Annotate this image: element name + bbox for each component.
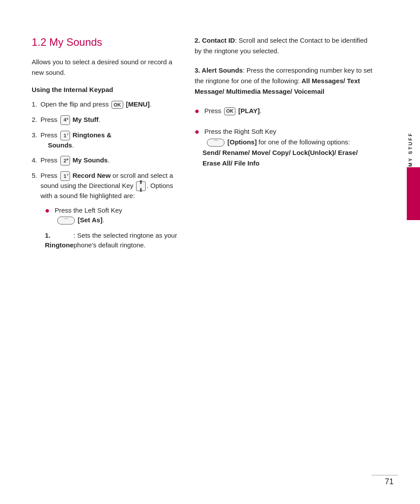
ok-play-key-icon: OK — [224, 107, 236, 115]
sub-bullet-list: ● Press the Left Soft Key ⌒ [Set As]. — [45, 206, 181, 225]
sidebar: MY STUFF — [402, 0, 420, 504]
key-1a-icon: 1r — [60, 131, 70, 140]
intro-text: Allows you to select a desired sound or … — [32, 57, 181, 78]
two-column-layout: 1.2 My Sounds Allows you to select a des… — [32, 35, 376, 261]
step-3-num: 3. — [32, 130, 41, 140]
step-1-bold: [MENU] — [126, 100, 150, 108]
right-step-3-num: 3. Alert Sounds: Press the corresponding… — [195, 66, 372, 95]
subsection-heading: Using the Internal Keypad — [32, 86, 181, 93]
right-bullet-options-text: Press the Right Soft Key ⌒ [Options] for… — [203, 126, 376, 169]
right-step-3: 3. Alert Sounds: Press the corresponding… — [195, 65, 376, 97]
main-content: 1.2 My Sounds Allows you to select a des… — [0, 0, 402, 504]
step-2: 2. Press 4s My Stuff. — [32, 115, 181, 125]
step-5-bold: Record New — [73, 172, 111, 179]
bullet-dot-play: ● — [195, 105, 203, 118]
step-4-num: 4. — [32, 155, 41, 166]
step-3: 3. Press 1r Ringtones & Sounds. — [32, 130, 181, 151]
bullet-dot-options: ● — [195, 125, 203, 138]
right-bullet-play: ● Press OK [PLAY]. — [195, 106, 376, 118]
step-4: 4. Press 2a My Sounds. — [32, 155, 181, 166]
step-list: 1. Open the flip and press OK [MENU]. 2.… — [32, 99, 181, 256]
right-step-list: 2. Contact ID: Scroll and select the Con… — [195, 35, 376, 97]
play-label: [PLAY] — [238, 107, 260, 114]
step-4-content: Press 2a My Sounds. — [41, 155, 181, 166]
page-container: 1.2 My Sounds Allows you to select a des… — [0, 0, 420, 504]
key-2-icon: 2a — [60, 156, 70, 166]
step-3-bold: Ringtones & Sounds — [41, 131, 111, 149]
sidebar-tab — [407, 167, 420, 220]
options-list: Send/ Rename/ Move/ Copy/ Lock(Unlock)/ … — [203, 149, 358, 167]
left-column: 1.2 My Sounds Allows you to select a des… — [32, 35, 181, 261]
step-1: 1. Open the flip and press OK [MENU]. — [32, 99, 181, 110]
dir-key-icon: ⬆⬇ — [136, 181, 146, 191]
bullet-dot-1: ● — [45, 205, 53, 217]
sub-step-list: 1. Ringtone: Sets the selected ringtone … — [45, 231, 181, 250]
step-3-content: Press 1r Ringtones & Sounds. — [41, 130, 181, 151]
set-as-label: [Set As] — [78, 216, 103, 224]
step-5-content: Press 1r Record New or scroll and select… — [41, 171, 181, 256]
step-1-content: Open the flip and press OK [MENU]. — [41, 99, 181, 110]
right-bullet-list: ● Press OK [PLAY]. ● Press the Right Sof… — [195, 106, 376, 169]
sub-bullet-1-text: Press the Left Soft Key ⌒ [Set As]. — [53, 206, 122, 225]
step-2-bold: My Stuff — [73, 116, 99, 123]
key-4-icon: 4s — [60, 115, 70, 125]
right-column: 2. Contact ID: Scroll and select the Con… — [195, 35, 376, 261]
left-soft-key-icon: ⌒ — [57, 217, 75, 224]
step-2-num: 2. — [32, 115, 41, 125]
right-bullet-play-text: Press OK [PLAY]. — [203, 106, 262, 116]
sidebar-text: MY STUFF — [408, 132, 420, 167]
key-1b-icon: 1r — [60, 171, 70, 181]
page-number: 71 — [385, 477, 394, 486]
options-label: [Options] — [228, 138, 257, 146]
step-5-num: 5. — [32, 171, 41, 181]
right-step-2-num: 2. Contact ID: Scroll and select the Con… — [195, 37, 368, 55]
right-soft-key-icon: ⌒ — [207, 139, 225, 147]
sub-step-1: 1. Ringtone: Sets the selected ringtone … — [45, 231, 181, 250]
sub-step-1-bold: 1. Ringtone — [45, 231, 74, 250]
section-title: 1.2 My Sounds — [32, 35, 181, 49]
right-bullet-options: ● Press the Right Soft Key ⌒ [Options] f… — [195, 126, 376, 169]
sub-bullet-1: ● Press the Left Soft Key ⌒ [Set As]. — [45, 206, 181, 225]
page-number-line — [372, 475, 398, 475]
step-4-bold: My Sounds — [73, 156, 108, 164]
right-step-2: 2. Contact ID: Scroll and select the Con… — [195, 35, 376, 56]
ok-key-icon: OK — [111, 101, 123, 109]
step-1-num: 1. — [32, 99, 41, 110]
step-5: 5. Press 1r Record New or scroll and sel… — [32, 171, 181, 256]
step-2-content: Press 4s My Stuff. — [41, 115, 181, 125]
